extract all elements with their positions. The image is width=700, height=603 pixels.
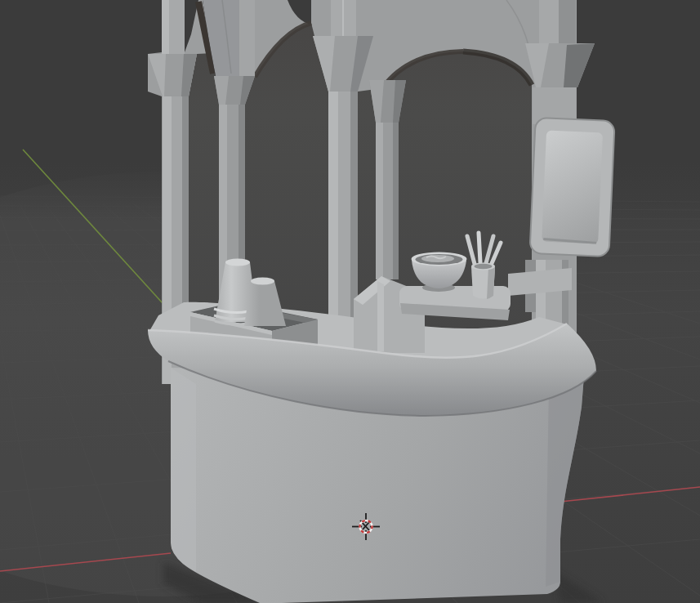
upper-shaft-highlight — [162, 0, 169, 54]
menu-board[interactable] — [530, 118, 615, 257]
cup-left-bottom — [225, 259, 250, 266]
cup-opening — [475, 264, 493, 269]
upper-shaft-shade — [559, 0, 576, 43]
blender-3d-viewport[interactable] — [0, 0, 700, 603]
base-left-edge-light — [171, 368, 196, 572]
menu-board-panel[interactable] — [542, 131, 603, 244]
pillar-upper-shaft[interactable] — [239, 0, 255, 77]
riser-corner-highlight — [377, 281, 384, 351]
upper-shaft-seam — [342, 0, 344, 38]
viewport-canvas[interactable] — [0, 0, 700, 603]
shaft-shade — [393, 123, 399, 279]
cup-right-bottom — [251, 278, 274, 285]
chopstick-2[interactable] — [479, 233, 480, 262]
shaft-highlight — [376, 123, 383, 279]
